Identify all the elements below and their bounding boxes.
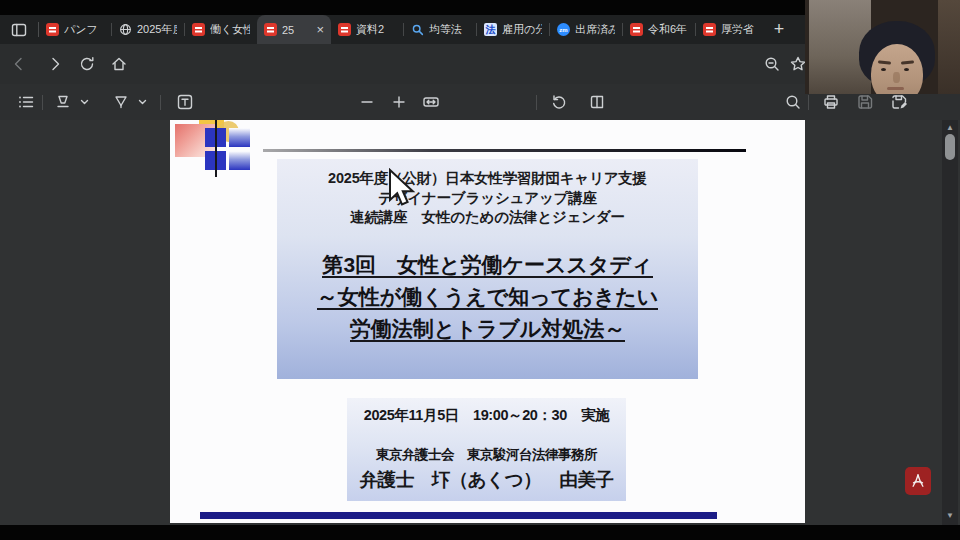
divider	[42, 95, 43, 110]
webcam-person-eye	[881, 68, 886, 71]
search-icon	[411, 23, 424, 36]
adobe-acrobat-button[interactable]	[905, 467, 931, 495]
fit-to-width-icon[interactable]	[422, 93, 440, 111]
divider	[160, 95, 161, 110]
slide-title-box: 2025年度（公財）日本女性学習財団キャリア支援 デザイナーブラッシュアップ講座…	[277, 159, 698, 379]
tab-label: 出席済み	[575, 22, 615, 37]
pdf-file-icon	[264, 23, 277, 36]
slide-rule-line	[263, 149, 746, 152]
tab-actions-button[interactable]	[0, 15, 38, 44]
tab-korosho[interactable]: 厚労省	[696, 15, 768, 44]
pdf-file-icon	[630, 23, 643, 36]
pdf-file-icon	[192, 23, 205, 36]
slide-title-line: 労働法制とトラブル対処法～	[350, 317, 625, 342]
webcam-background-right	[938, 0, 960, 94]
print-icon[interactable]	[822, 93, 840, 111]
pdf-viewer[interactable]: 2025年度（公財）日本女性学習財団キャリア支援 デザイナーブラッシュアップ講座…	[0, 120, 960, 525]
tab-label: 25	[282, 24, 309, 36]
zoom-page-icon[interactable]	[763, 55, 781, 73]
tab-label: 2025年度	[137, 22, 177, 37]
divider	[536, 95, 537, 110]
tab-label: 令和6年	[648, 22, 688, 37]
draw-tool-icon[interactable]	[112, 93, 130, 111]
scroll-down-icon[interactable]: ▼	[942, 510, 958, 522]
slide-presenter: 弁護士 圷（あくつ） 由美子	[347, 467, 626, 492]
refresh-icon[interactable]	[78, 55, 96, 73]
tab-reiwa6[interactable]: 令和6年	[623, 15, 695, 44]
pdf-page: 2025年度（公財）日本女性学習財団キャリア支援 デザイナーブラッシュアップ講座…	[170, 120, 805, 523]
slide-decoration-blue-square	[229, 128, 250, 147]
slide-bottom-bar	[200, 512, 717, 519]
slide-header-line: 連続講座 女性のための法律とジェンダー	[277, 208, 698, 228]
pdf-file-icon	[338, 23, 351, 36]
slide-info-box: 2025年11月5日 19:00～20：30 実施 東京弁護士会 東京駿河台法律…	[347, 398, 626, 501]
tab-panfu[interactable]: パンフ	[39, 15, 111, 44]
webcam-person-nose	[893, 72, 900, 83]
mouse-cursor	[388, 168, 418, 210]
tab-label: 資料2	[356, 22, 396, 37]
zoom-out-icon[interactable]	[358, 93, 376, 111]
tab-label: 厚労省	[721, 22, 761, 37]
tab-active-25[interactable]: 25 ×	[257, 15, 331, 44]
zoom-in-icon[interactable]	[390, 93, 408, 111]
tab-kintoho[interactable]: 均等法	[404, 15, 476, 44]
highlighter-tool-icon[interactable]	[54, 93, 72, 111]
slide-decoration-vline	[215, 120, 217, 177]
slide-title-line: ～女性が働くうえで知っておきたい	[317, 285, 658, 310]
law-site-icon: 法	[484, 23, 497, 36]
search-document-icon[interactable]	[784, 93, 802, 111]
slide-header-line: 2025年度（公財）日本女性学習財団キャリア支援	[277, 169, 698, 189]
rotate-icon[interactable]	[550, 93, 568, 111]
chevron-down-icon[interactable]	[80, 99, 89, 106]
tab-hataraku-josei[interactable]: 働く女性	[185, 15, 257, 44]
page-view-icon[interactable]	[588, 93, 606, 111]
slide-header-line: デザイナーブラッシュアップ講座	[277, 189, 698, 209]
new-tab-button[interactable]: +	[766, 17, 792, 42]
save-as-icon[interactable]	[890, 93, 908, 111]
tab-shiryo2[interactable]: 資料2	[331, 15, 403, 44]
scrollbar-thumb[interactable]	[945, 134, 955, 160]
save-icon[interactable]	[856, 93, 874, 111]
scrollbar-track[interactable]	[942, 120, 958, 525]
tab-koyo[interactable]: 法 雇用の分	[477, 15, 549, 44]
acrobat-logo-icon	[909, 472, 927, 490]
scroll-up-icon[interactable]: ▲	[942, 122, 958, 134]
globe-icon	[119, 23, 132, 36]
slide-title-line: 第3回 女性と労働ケーススタディ	[322, 253, 652, 278]
webcam-person-mouth	[887, 87, 904, 90]
browser-window: パンフ 2025年度 働く女性 25 × 資料2 均等	[0, 0, 960, 540]
slide-affiliation: 東京弁護士会 東京駿河台法律事務所	[347, 446, 626, 464]
tab-label: パンフ	[64, 22, 104, 37]
divider	[808, 95, 809, 110]
tab-2025[interactable]: 2025年度	[112, 15, 184, 44]
webcam-person-eye	[904, 68, 909, 71]
zoom-app-icon: zm	[557, 23, 570, 36]
tab-label: 働く女性	[210, 22, 250, 37]
tab-shusseki[interactable]: zm 出席済み	[550, 15, 622, 44]
forward-icon[interactable]	[46, 55, 64, 73]
tab-label: 雇用の分	[502, 22, 542, 37]
back-icon[interactable]	[10, 55, 28, 73]
tab-actions-icon	[10, 21, 28, 39]
pdf-file-icon	[46, 23, 59, 36]
chevron-down-icon[interactable]	[138, 99, 147, 106]
home-icon[interactable]	[110, 55, 128, 73]
table-of-contents-icon[interactable]	[17, 93, 35, 111]
webcam-overlay[interactable]	[805, 0, 960, 94]
slide-schedule: 2025年11月5日 19:00～20：30 実施	[347, 398, 626, 425]
tab-label: 均等法	[429, 22, 469, 37]
slide-decoration-blue-square	[229, 151, 250, 170]
pdf-file-icon	[703, 23, 716, 36]
add-text-icon[interactable]	[176, 93, 194, 111]
close-tab-icon[interactable]: ×	[314, 22, 324, 37]
